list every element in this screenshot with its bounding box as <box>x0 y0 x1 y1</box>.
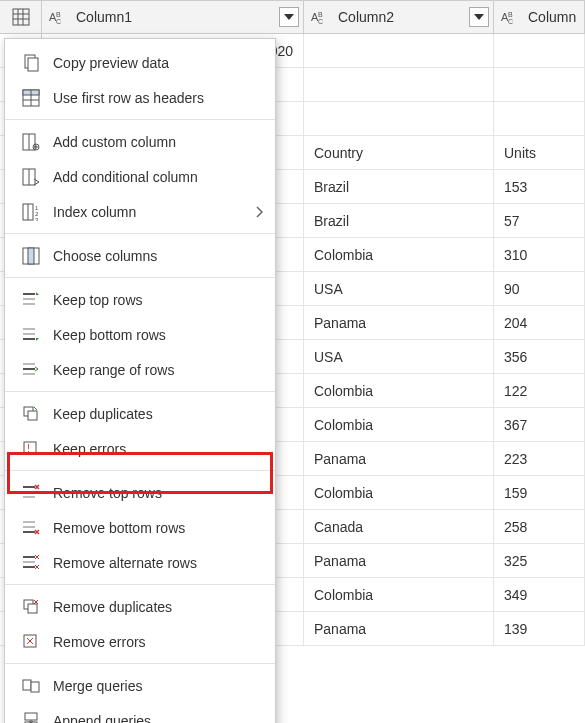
keep-range-icon <box>19 360 43 380</box>
menu-keep-duplicates[interactable]: Keep duplicates <box>5 396 275 431</box>
cell[interactable] <box>494 68 585 101</box>
menu-remove-duplicates[interactable]: Remove duplicates <box>5 589 275 624</box>
cell[interactable] <box>494 34 585 67</box>
column-header-2[interactable]: ABC Column2 <box>304 1 494 33</box>
cell[interactable]: Units <box>494 136 585 169</box>
column-header-3[interactable]: ABC Column <box>494 1 585 33</box>
menu-label: Keep range of rows <box>53 362 261 378</box>
keep-errors-icon: ! <box>19 439 43 459</box>
menu-label: Keep errors <box>53 441 261 457</box>
column-filter-button[interactable] <box>469 7 489 27</box>
chevron-right-icon <box>255 206 263 218</box>
svg-rect-33 <box>28 248 34 264</box>
cell[interactable]: Panama <box>304 612 494 645</box>
svg-rect-44 <box>28 411 37 420</box>
cell[interactable]: Colombia <box>304 476 494 509</box>
cell[interactable] <box>494 102 585 135</box>
cell-value: Colombia <box>314 383 373 399</box>
cell[interactable]: Panama <box>304 306 494 339</box>
cell[interactable]: 153 <box>494 170 585 203</box>
keep-bottom-icon <box>19 325 43 345</box>
cell[interactable]: Colombia <box>304 408 494 441</box>
cell-value: Colombia <box>314 417 373 433</box>
cell[interactable]: USA <box>304 340 494 373</box>
svg-text:!: ! <box>27 443 30 454</box>
cell[interactable] <box>304 68 494 101</box>
svg-text:B: B <box>318 11 323 18</box>
menu-choose-columns[interactable]: Choose columns <box>5 238 275 273</box>
cell[interactable]: 349 <box>494 578 585 611</box>
append-icon <box>19 711 43 724</box>
menu-keep-top-rows[interactable]: Keep top rows <box>5 282 275 317</box>
cell[interactable]: 122 <box>494 374 585 407</box>
cell[interactable]: Panama <box>304 544 494 577</box>
cell[interactable]: Panama <box>304 442 494 475</box>
table-icon <box>12 8 30 26</box>
cell[interactable]: Brazil <box>304 170 494 203</box>
cell[interactable]: 57 <box>494 204 585 237</box>
menu-label: Remove duplicates <box>53 599 261 615</box>
menu-add-conditional-column[interactable]: Add conditional column <box>5 159 275 194</box>
menu-label: Remove top rows <box>53 485 261 501</box>
menu-keep-range-rows[interactable]: Keep range of rows <box>5 352 275 387</box>
cell[interactable]: Country <box>304 136 494 169</box>
cell[interactable]: Colombia <box>304 238 494 271</box>
cell[interactable]: Colombia <box>304 578 494 611</box>
cell-value: 223 <box>504 451 527 467</box>
cell[interactable]: 356 <box>494 340 585 373</box>
menu-add-custom-column[interactable]: Add custom column <box>5 124 275 159</box>
cell-value: 258 <box>504 519 527 535</box>
index-column-icon: 123 <box>19 202 43 222</box>
cell-value: 159 <box>504 485 527 501</box>
column-name: Column <box>528 9 576 25</box>
menu-separator <box>5 119 275 120</box>
cell[interactable]: Colombia <box>304 374 494 407</box>
menu-append-queries[interactable]: Append queries <box>5 703 275 723</box>
cell[interactable]: USA <box>304 272 494 305</box>
cell[interactable]: 223 <box>494 442 585 475</box>
cell-value: Panama <box>314 553 366 569</box>
cell-value: Brazil <box>314 213 349 229</box>
cell[interactable]: 258 <box>494 510 585 543</box>
table-menu-button[interactable] <box>0 1 42 33</box>
menu-remove-errors[interactable]: Remove errors <box>5 624 275 659</box>
cell[interactable]: 325 <box>494 544 585 577</box>
cell[interactable]: Canada <box>304 510 494 543</box>
menu-remove-alternate-rows[interactable]: Remove alternate rows <box>5 545 275 580</box>
choose-columns-icon <box>19 246 43 266</box>
cell[interactable]: 310 <box>494 238 585 271</box>
cell[interactable]: 139 <box>494 612 585 645</box>
cell[interactable] <box>304 34 494 67</box>
menu-remove-top-rows[interactable]: Remove top rows <box>5 475 275 510</box>
cell[interactable]: 159 <box>494 476 585 509</box>
cell[interactable] <box>304 102 494 135</box>
cell-value: 153 <box>504 179 527 195</box>
svg-rect-57 <box>28 604 37 613</box>
menu-label: Remove alternate rows <box>53 555 261 571</box>
column-filter-button[interactable] <box>279 7 299 27</box>
remove-bottom-icon <box>19 518 43 538</box>
menu-separator <box>5 233 275 234</box>
cell[interactable]: 367 <box>494 408 585 441</box>
cell[interactable]: Brazil <box>304 204 494 237</box>
cell[interactable]: 90 <box>494 272 585 305</box>
cell-value: Brazil <box>314 179 349 195</box>
cell-value: 90 <box>504 281 520 297</box>
menu-first-row-headers[interactable]: Use first row as headers <box>5 80 275 115</box>
cell-value: Panama <box>314 621 366 637</box>
menu-copy-preview[interactable]: Copy preview data <box>5 45 275 80</box>
svg-rect-45 <box>24 442 36 454</box>
menu-keep-errors[interactable]: ! Keep errors <box>5 431 275 466</box>
cell-value: Colombia <box>314 485 373 501</box>
menu-keep-bottom-rows[interactable]: Keep bottom rows <box>5 317 275 352</box>
cell[interactable]: 204 <box>494 306 585 339</box>
menu-separator <box>5 470 275 471</box>
menu-remove-bottom-rows[interactable]: Remove bottom rows <box>5 510 275 545</box>
table-context-menu: Copy preview data Use first row as heade… <box>4 38 276 723</box>
menu-merge-queries[interactable]: Merge queries <box>5 668 275 703</box>
menu-label: Keep bottom rows <box>53 327 261 343</box>
text-type-icon: ABC <box>500 6 522 28</box>
cell-value: 139 <box>504 621 527 637</box>
column-header-1[interactable]: ABC Column1 <box>42 1 304 33</box>
menu-index-column[interactable]: 123 Index column <box>5 194 275 229</box>
